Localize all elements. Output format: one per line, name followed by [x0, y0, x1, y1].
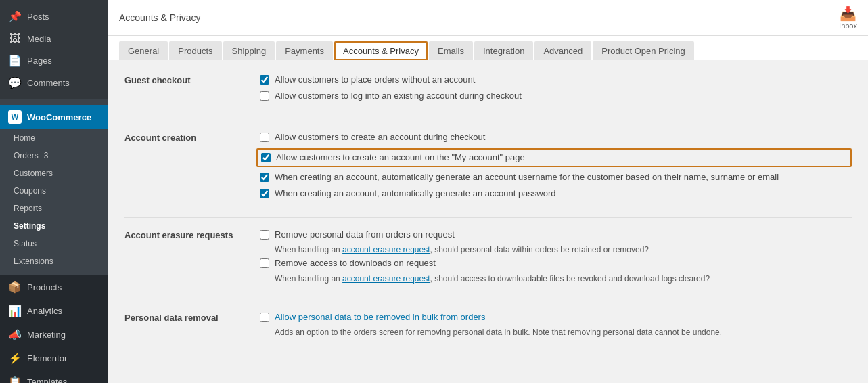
erasure-request-link-1[interactable]: account erasure request	[342, 245, 430, 254]
posts-icon: 📌	[8, 10, 22, 23]
bulk-remove-label[interactable]: Allow personal data to be removed in bul…	[275, 311, 485, 323]
elementor-icon: ⚡	[8, 352, 22, 365]
divider-1	[124, 120, 852, 120]
personal-data-content: Allow personal data to be removed in bul…	[260, 311, 852, 340]
bulk-remove-subtext: Adds an option to the orders screen for …	[260, 328, 852, 337]
sidebar-item-pages[interactable]: 📄 Pages	[0, 49, 108, 72]
guest-checkout-content: Allow customers to place orders without …	[260, 74, 852, 106]
tab-integration[interactable]: Integration	[474, 41, 533, 60]
sidebar-bottom-items: 📦 Products 📊 Analytics 📣 Marketing ⚡ Ele…	[0, 275, 108, 383]
allow-login-checkout-checkbox[interactable]	[260, 91, 269, 101]
sidebar-item-orders[interactable]: Orders 3	[0, 147, 108, 164]
auto-password-row: When creating an account, automatically …	[260, 187, 852, 200]
orders-label: Orders	[14, 151, 39, 160]
sidebar-item-home[interactable]: Home	[0, 129, 108, 147]
account-creation-section: Account creation Allow customers to crea…	[124, 131, 852, 204]
create-during-checkout-label[interactable]: Allow customers to create an account dur…	[275, 131, 485, 143]
templates-icon: 📋	[8, 376, 22, 383]
allow-no-account-checkbox[interactable]	[260, 75, 269, 85]
sidebar-item-products[interactable]: 📦 Products	[0, 275, 108, 299]
remove-downloads-checkbox[interactable]	[260, 258, 269, 268]
settings-content: General Products Shipping Payments Accou…	[108, 36, 868, 383]
allow-login-checkout-row: Allow customers to log into an existing …	[260, 90, 852, 102]
account-creation-label: Account creation	[124, 131, 246, 204]
inbox-button[interactable]: 📥 Inbox	[839, 5, 857, 30]
sidebar-item-comments[interactable]: 💬 Comments	[0, 72, 108, 94]
sidebar-item-templates[interactable]: 📋 Templates	[0, 370, 108, 383]
sidebar-item-label: Posts	[27, 12, 49, 22]
sidebar: 📌 Posts 🖼 Media 📄 Pages 💬 Comments W Woo…	[0, 0, 108, 383]
status-label: Status	[14, 239, 37, 248]
sidebar-item-media[interactable]: 🖼 Media	[0, 28, 108, 49]
allow-no-account-label[interactable]: Allow customers to place orders without …	[275, 74, 475, 86]
sidebar-item-marketing[interactable]: 📣 Marketing	[0, 323, 108, 346]
auto-username-checkbox[interactable]	[260, 173, 269, 182]
sidebar-item-status[interactable]: Status	[0, 235, 108, 252]
tab-accounts-privacy[interactable]: Accounts & Privacy	[334, 41, 428, 60]
settings-label: Settings	[14, 221, 45, 231]
remove-downloads-label[interactable]: Remove access to downloads on request	[275, 257, 436, 269]
inbox-icon: 📥	[840, 5, 856, 22]
guest-checkout-label: Guest checkout	[124, 74, 246, 106]
create-my-account-highlighted: Allow customers to create an account on …	[256, 148, 852, 167]
bulk-remove-row: Allow personal data to be removed in bul…	[260, 311, 852, 323]
erasure-request-link-2[interactable]: account erasure request	[342, 274, 430, 284]
create-my-account-label[interactable]: Allow customers to create an account on …	[276, 152, 525, 164]
customers-label: Customers	[14, 168, 53, 178]
products-icon: 📦	[8, 281, 22, 294]
tab-product-open-pricing[interactable]: Product Open Pricing	[593, 41, 694, 60]
tab-products[interactable]: Products	[169, 41, 221, 60]
orders-badge: 3	[44, 151, 49, 160]
remove-personal-data-subtext: When handling an account erasure request…	[260, 245, 852, 254]
allow-no-account-row: Allow customers to place orders without …	[260, 74, 852, 86]
sidebar-item-settings[interactable]: Settings	[0, 217, 108, 235]
inbox-label: Inbox	[839, 22, 857, 30]
sidebar-item-posts[interactable]: 📌 Posts	[0, 5, 108, 28]
analytics-icon: 📊	[8, 305, 22, 317]
auto-username-label[interactable]: When creating an account, automatically …	[275, 171, 779, 183]
account-creation-content: Allow customers to create an account dur…	[260, 131, 852, 204]
sidebar-item-reports[interactable]: Reports	[0, 200, 108, 217]
settings-body: Guest checkout Allow customers to place …	[108, 60, 868, 367]
tab-advanced[interactable]: Advanced	[534, 41, 591, 60]
marketing-icon: 📣	[8, 328, 22, 341]
elementor-label: Elementor	[27, 353, 67, 363]
create-during-checkout-checkbox[interactable]	[260, 133, 269, 142]
topbar: Accounts & Privacy 📥 Inbox	[108, 0, 868, 36]
comments-icon: 💬	[8, 76, 22, 89]
woocommerce-menu: W WooCommerce Home Orders 3 Customers Co…	[0, 99, 108, 275]
sidebar-item-extensions[interactable]: Extensions	[0, 252, 108, 270]
sidebar-item-customers[interactable]: Customers	[0, 164, 108, 182]
tab-general[interactable]: General	[119, 41, 168, 60]
sidebar-item-label: Media	[27, 34, 51, 44]
analytics-label: Analytics	[27, 306, 62, 316]
divider-3	[124, 300, 852, 300]
tab-emails[interactable]: Emails	[429, 41, 473, 60]
auto-password-label[interactable]: When creating an account, automatically …	[275, 187, 556, 200]
tabs-bar: General Products Shipping Payments Accou…	[108, 36, 868, 60]
templates-label: Templates	[27, 377, 67, 383]
woocommerce-header[interactable]: W WooCommerce	[0, 105, 108, 129]
auto-password-checkbox[interactable]	[260, 189, 269, 198]
allow-login-checkout-label[interactable]: Allow customers to log into an existing …	[275, 90, 522, 102]
sidebar-top-menu: 📌 Posts 🖼 Media 📄 Pages 💬 Comments	[0, 0, 108, 99]
pages-icon: 📄	[8, 54, 22, 67]
sidebar-item-analytics[interactable]: 📊 Analytics	[0, 299, 108, 323]
sidebar-item-elementor[interactable]: ⚡ Elementor	[0, 346, 108, 370]
sidebar-item-label: Pages	[27, 55, 52, 66]
sidebar-item-label: Comments	[27, 78, 70, 88]
sidebar-item-coupons[interactable]: Coupons	[0, 182, 108, 200]
remove-personal-data-label[interactable]: Remove personal data from orders on requ…	[275, 229, 455, 241]
tab-shipping[interactable]: Shipping	[223, 41, 275, 60]
home-label: Home	[14, 133, 35, 143]
erasure-requests-label: Account erasure requests	[124, 229, 246, 286]
remove-personal-data-checkbox[interactable]	[260, 230, 269, 240]
erasure-requests-content: Remove personal data from orders on requ…	[260, 229, 852, 286]
reports-label: Reports	[14, 204, 42, 213]
woocommerce-icon: W	[8, 110, 22, 124]
woocommerce-label: WooCommerce	[27, 112, 91, 122]
bulk-remove-checkbox[interactable]	[260, 313, 269, 322]
page-title: Accounts & Privacy	[119, 12, 201, 23]
tab-payments[interactable]: Payments	[276, 41, 333, 60]
create-my-account-checkbox[interactable]	[261, 153, 271, 162]
